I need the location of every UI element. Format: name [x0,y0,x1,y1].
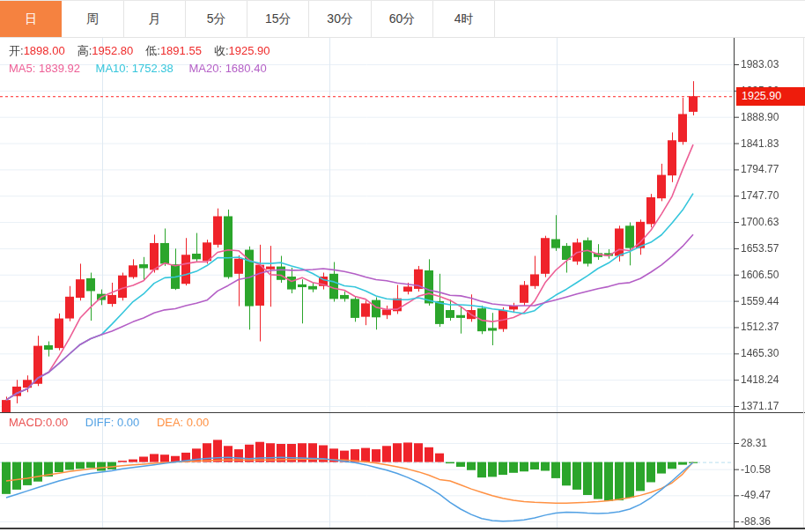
ma-readout: MA5: 1839.92 MA10: 1752.38 MA20: 1680.40 [9,62,279,75]
close-value: 1925.90 [229,44,270,57]
macd-readout: MACD:0.00 DIFF: 0.00 DEA: 0.00 [9,416,209,429]
open-label: 开: [9,44,24,57]
price-axis-tick-label: 1371.17 [741,400,802,412]
period-tab-30min[interactable]: 30分 [309,1,371,37]
price-axis-tick-label: 1794.77 [741,163,802,175]
dea-value-label: DEA: 0.00 [157,416,209,429]
macd-axis-tick-label: 28.31 [741,437,802,449]
price-axis-tick-label: 1512.37 [741,321,802,333]
period-tab-day[interactable]: 日 [0,1,62,37]
period-tab-60min[interactable]: 60分 [372,1,433,37]
diff-value-label: DIFF: 0.00 [85,416,139,429]
macd-value-label: MACD:0.00 [9,416,68,429]
price-axis-tick-label: 1559.44 [741,295,802,307]
ma20-value: 1680.40 [225,62,267,75]
ma5-value: 1839.92 [39,62,80,75]
period-tab-5min[interactable]: 5分 [186,1,247,37]
price-axis-tick-label: 1653.57 [741,242,802,255]
close-label: 收: [214,44,229,57]
last-price-label: 1925.90 [736,87,805,106]
period-tab-week[interactable]: 周 [62,1,123,37]
price-axis-tick-label: 1747.70 [741,189,802,202]
open-value: 1898.00 [24,44,65,57]
period-tab-4hour[interactable]: 4时 [433,1,495,37]
macd-axis-tick-label: -49.47 [741,489,802,501]
price-axis-tick-label: 1700.63 [741,216,802,228]
price-axis-tick-label: 1983.03 [741,58,802,70]
price-axis-tick-label: 1841.83 [741,137,802,150]
price-axis-tick-label: 1606.50 [741,269,802,281]
period-tabbar: 日周月5分15分30分60分4时 [0,1,805,38]
candlestick-chart-canvas[interactable] [0,1,805,532]
ma20-label: MA20: 1680.40 [188,62,278,75]
ohlc-readout: 开:1898.00高:1952.80低:1891.55收:1925.90 [9,43,283,59]
macd-axis-tick-label: -88.36 [741,515,802,528]
period-tab-month[interactable]: 月 [124,1,186,37]
price-axis-tick-label: 1418.24 [741,373,802,386]
low-value: 1891.55 [160,44,202,57]
price-axis-tick-label: 1465.30 [741,347,802,359]
trading-chart-app: 日周月5分15分30分60分4时 开:1898.00高:1952.80低:189… [0,0,805,532]
ma5-label: MA5: 1839.92 [9,62,92,75]
ma10-label: MA10: 1752.38 [96,62,186,75]
high-value: 1952.80 [92,44,133,57]
ma10-value: 1752.38 [132,62,174,75]
high-label: 高: [78,44,92,57]
low-label: 低: [145,44,160,57]
price-axis-tick-label: 1888.90 [741,111,802,123]
macd-axis-tick-label: -10.58 [741,463,802,476]
period-tab-15min[interactable]: 15分 [247,1,309,37]
